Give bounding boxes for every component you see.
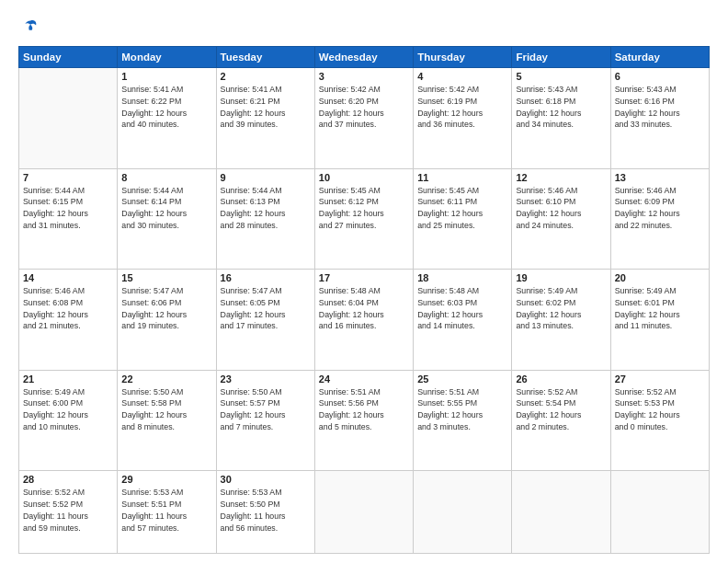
day-info: Sunrise: 5:42 AMSunset: 6:19 PMDaylight:… (417, 84, 507, 131)
weekday-header-friday: Friday (512, 47, 610, 68)
calendar-cell: 5Sunrise: 5:43 AMSunset: 6:18 PMDaylight… (512, 68, 610, 169)
logo-icon (18, 17, 39, 37)
calendar-cell: 18Sunrise: 5:48 AMSunset: 6:03 PMDayligh… (414, 270, 512, 371)
calendar-cell: 16Sunrise: 5:47 AMSunset: 6:05 PMDayligh… (216, 270, 314, 371)
day-info: Sunrise: 5:47 AMSunset: 6:06 PMDaylight:… (121, 285, 211, 332)
calendar-cell: 23Sunrise: 5:50 AMSunset: 5:57 PMDayligh… (216, 370, 314, 471)
day-number: 16 (221, 272, 311, 283)
day-number: 12 (516, 172, 606, 183)
calendar-cell: 11Sunrise: 5:45 AMSunset: 6:11 PMDayligh… (414, 168, 512, 270)
day-number: 2 (221, 71, 311, 82)
day-number: 8 (121, 172, 211, 183)
day-number: 15 (121, 272, 211, 283)
day-number: 14 (23, 272, 113, 283)
day-info: Sunrise: 5:52 AMSunset: 5:52 PMDaylight:… (23, 487, 113, 534)
day-info: Sunrise: 5:50 AMSunset: 5:57 PMDaylight:… (221, 386, 311, 433)
day-info: Sunrise: 5:43 AMSunset: 6:16 PMDaylight:… (615, 84, 705, 131)
day-info: Sunrise: 5:53 AMSunset: 5:51 PMDaylight:… (121, 487, 211, 534)
calendar-cell (19, 68, 118, 169)
calendar-cell: 27Sunrise: 5:52 AMSunset: 5:53 PMDayligh… (610, 370, 709, 471)
day-number: 3 (319, 71, 409, 82)
day-number: 19 (516, 272, 606, 283)
day-info: Sunrise: 5:45 AMSunset: 6:11 PMDaylight:… (417, 185, 507, 232)
calendar-cell: 26Sunrise: 5:52 AMSunset: 5:54 PMDayligh… (512, 370, 610, 471)
calendar-cell: 8Sunrise: 5:44 AMSunset: 6:14 PMDaylight… (118, 168, 216, 270)
calendar-cell: 1Sunrise: 5:41 AMSunset: 6:22 PMDaylight… (118, 68, 216, 169)
day-info: Sunrise: 5:44 AMSunset: 6:14 PMDaylight:… (121, 185, 211, 232)
calendar-cell: 2Sunrise: 5:41 AMSunset: 6:21 PMDaylight… (216, 68, 314, 169)
day-info: Sunrise: 5:44 AMSunset: 6:13 PMDaylight:… (221, 185, 311, 232)
day-number: 30 (221, 474, 311, 485)
calendar-cell: 12Sunrise: 5:46 AMSunset: 6:10 PMDayligh… (512, 168, 610, 270)
day-info: Sunrise: 5:44 AMSunset: 6:15 PMDaylight:… (23, 185, 113, 232)
day-info: Sunrise: 5:49 AMSunset: 6:01 PMDaylight:… (615, 285, 705, 332)
calendar-cell: 17Sunrise: 5:48 AMSunset: 6:04 PMDayligh… (314, 270, 413, 371)
header (18, 17, 710, 37)
weekday-header-row: SundayMondayTuesdayWednesdayThursdayFrid… (19, 47, 710, 68)
calendar-cell: 22Sunrise: 5:50 AMSunset: 5:58 PMDayligh… (118, 370, 216, 471)
day-number: 27 (615, 373, 705, 385)
day-number: 10 (319, 172, 409, 183)
calendar-cell: 21Sunrise: 5:49 AMSunset: 6:00 PMDayligh… (19, 370, 118, 471)
calendar-table: SundayMondayTuesdayWednesdayThursdayFrid… (18, 46, 710, 554)
week-row-4: 21Sunrise: 5:49 AMSunset: 6:00 PMDayligh… (19, 370, 710, 471)
day-info: Sunrise: 5:48 AMSunset: 6:03 PMDaylight:… (417, 285, 507, 332)
calendar-cell (414, 471, 512, 554)
day-number: 11 (417, 172, 507, 183)
calendar-cell: 19Sunrise: 5:49 AMSunset: 6:02 PMDayligh… (512, 270, 610, 371)
calendar-cell (314, 471, 413, 554)
calendar-cell: 24Sunrise: 5:51 AMSunset: 5:56 PMDayligh… (314, 370, 413, 471)
day-info: Sunrise: 5:46 AMSunset: 6:10 PMDaylight:… (516, 185, 606, 232)
calendar-cell (610, 471, 709, 554)
calendar-cell: 14Sunrise: 5:46 AMSunset: 6:08 PMDayligh… (19, 270, 118, 371)
weekday-header-thursday: Thursday (414, 47, 512, 68)
day-info: Sunrise: 5:43 AMSunset: 6:18 PMDaylight:… (516, 84, 606, 131)
weekday-header-tuesday: Tuesday (216, 47, 314, 68)
day-info: Sunrise: 5:41 AMSunset: 6:22 PMDaylight:… (121, 84, 211, 131)
day-info: Sunrise: 5:51 AMSunset: 5:56 PMDaylight:… (319, 386, 409, 433)
day-number: 1 (121, 71, 211, 82)
day-number: 5 (516, 71, 606, 82)
day-info: Sunrise: 5:45 AMSunset: 6:12 PMDaylight:… (319, 185, 409, 232)
day-number: 18 (417, 272, 507, 283)
week-row-5: 28Sunrise: 5:52 AMSunset: 5:52 PMDayligh… (19, 471, 710, 554)
weekday-header-monday: Monday (118, 47, 216, 68)
day-number: 26 (516, 373, 606, 385)
day-number: 9 (221, 172, 311, 183)
calendar-cell: 3Sunrise: 5:42 AMSunset: 6:20 PMDaylight… (314, 68, 413, 169)
calendar-cell: 9Sunrise: 5:44 AMSunset: 6:13 PMDaylight… (216, 168, 314, 270)
day-info: Sunrise: 5:50 AMSunset: 5:58 PMDaylight:… (121, 386, 211, 433)
calendar-cell: 4Sunrise: 5:42 AMSunset: 6:19 PMDaylight… (414, 68, 512, 169)
day-number: 17 (319, 272, 409, 283)
day-number: 21 (23, 373, 113, 385)
day-info: Sunrise: 5:51 AMSunset: 5:55 PMDaylight:… (417, 386, 507, 433)
logo (18, 17, 42, 37)
day-info: Sunrise: 5:52 AMSunset: 5:54 PMDaylight:… (516, 386, 606, 433)
weekday-header-saturday: Saturday (610, 47, 709, 68)
day-info: Sunrise: 5:53 AMSunset: 5:50 PMDaylight:… (221, 487, 311, 534)
calendar-cell: 13Sunrise: 5:46 AMSunset: 6:09 PMDayligh… (610, 168, 709, 270)
day-number: 23 (221, 373, 311, 385)
day-number: 7 (23, 172, 113, 183)
week-row-3: 14Sunrise: 5:46 AMSunset: 6:08 PMDayligh… (19, 270, 710, 371)
day-number: 4 (417, 71, 507, 82)
day-number: 28 (23, 474, 113, 485)
weekday-header-wednesday: Wednesday (314, 47, 413, 68)
calendar-cell: 10Sunrise: 5:45 AMSunset: 6:12 PMDayligh… (314, 168, 413, 270)
day-info: Sunrise: 5:41 AMSunset: 6:21 PMDaylight:… (221, 84, 311, 131)
day-number: 25 (417, 373, 507, 385)
day-info: Sunrise: 5:52 AMSunset: 5:53 PMDaylight:… (615, 386, 705, 433)
day-info: Sunrise: 5:46 AMSunset: 6:09 PMDaylight:… (615, 185, 705, 232)
calendar-cell: 20Sunrise: 5:49 AMSunset: 6:01 PMDayligh… (610, 270, 709, 371)
calendar-cell (512, 471, 610, 554)
page: SundayMondayTuesdayWednesdayThursdayFrid… (0, 0, 728, 563)
day-info: Sunrise: 5:42 AMSunset: 6:20 PMDaylight:… (319, 84, 409, 131)
day-number: 20 (615, 272, 705, 283)
day-info: Sunrise: 5:48 AMSunset: 6:04 PMDaylight:… (319, 285, 409, 332)
calendar-cell: 7Sunrise: 5:44 AMSunset: 6:15 PMDaylight… (19, 168, 118, 270)
day-number: 13 (615, 172, 705, 183)
calendar-cell: 15Sunrise: 5:47 AMSunset: 6:06 PMDayligh… (118, 270, 216, 371)
day-number: 22 (121, 373, 211, 385)
day-number: 24 (319, 373, 409, 385)
day-number: 29 (121, 474, 211, 485)
